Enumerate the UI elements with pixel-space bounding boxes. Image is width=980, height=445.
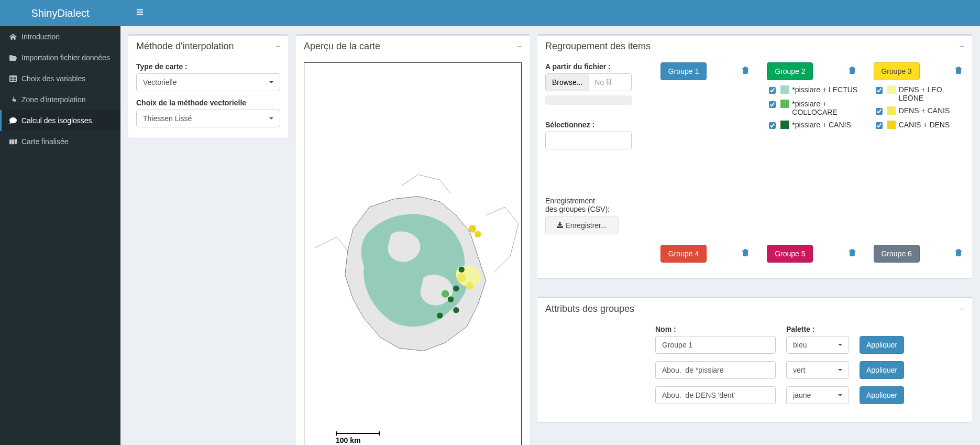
vec-method-label: Choix de la méthode vectorielle [136,99,280,107]
map-svg [304,63,521,445]
groupe-2-item[interactable]: *pissiare + CANIS [767,121,857,131]
box-title: Aperçu de la carte [304,41,380,52]
browse-button[interactable]: Browse... [546,74,589,91]
svg-point-9 [442,290,449,298]
attributs-box: Attributs des groupes − Nom : Palette : [537,297,972,422]
main-header: ShinyDialect [0,0,980,26]
checkbox[interactable] [769,122,776,129]
groupe-1-button[interactable]: Groupe 1 [660,62,707,80]
groupe-4-button[interactable]: Groupe 4 [660,245,707,263]
map-icon [8,138,18,145]
item-label: DENS + LEO, LEŌNE [899,85,964,102]
palette-label: Palette : [786,325,849,333]
vec-method-value: Thiessen Lissé [143,114,192,123]
svg-point-4 [453,286,459,291]
select-input[interactable] [545,132,632,149]
groupe-5-button[interactable]: Groupe 5 [767,245,813,263]
color-swatch [887,121,896,129]
checkbox[interactable] [876,87,883,94]
apply-button-2[interactable]: Appliquer [860,361,904,379]
svg-point-6 [437,312,443,318]
vec-method-select[interactable]: Thiessen Lissé [136,110,280,127]
file-status: No fil [589,74,631,91]
collapse-button[interactable]: − [960,42,964,51]
box-title: Attributs des groupes [545,303,634,314]
groupe-2-item[interactable]: *pissiare + COLLOCARE [767,100,857,116]
groupe-3-item[interactable]: DENS + LEO, LEŌNE [874,85,964,102]
groupe-1-delete[interactable] [740,67,751,76]
caret-down-icon [838,369,842,371]
collapse-button[interactable]: − [960,305,964,314]
sidebar-menu: Introduction Importation fichier données… [0,26,120,152]
groupe-3-item[interactable]: DENS + CANIS [874,106,964,116]
item-label: *pissiare + CANIS [792,121,851,129]
groupe-3-item[interactable]: CANIS + DENS [874,121,964,131]
groupe-3-button[interactable]: Groupe 3 [874,62,920,80]
nom-input-3[interactable] [655,386,776,404]
palette-select-1[interactable]: bleu [786,336,849,354]
collapse-button[interactable]: − [276,42,280,51]
map-preview-box: Aperçu de la carte − [296,34,530,445]
sidebar-item-importation[interactable]: Importation fichier données [0,47,120,68]
color-swatch [887,85,896,94]
groupe-2-delete[interactable] [846,67,858,76]
collapse-button[interactable]: − [517,42,522,51]
caret-down-icon [269,81,273,83]
sidebar-item-carte-finalisee[interactable]: Carte finalisée [0,131,120,152]
app-logo: ShinyDialect [0,0,120,26]
interpolation-method-box: Méthode d'interpolation − Type de carte … [128,34,288,138]
checkbox[interactable] [876,122,883,129]
scale-bar [336,433,380,434]
save-groups-button[interactable]: Enregistrer... [545,216,619,234]
groupe-6-button[interactable]: Groupe 6 [874,245,920,263]
sidebar-label: Carte finalisée [21,137,113,146]
box-title: Regroupement des items [545,41,651,52]
download-icon [557,221,563,230]
sidebar-label: Zone d'interpolation [21,95,113,104]
groupe-3-delete[interactable] [953,67,964,76]
file-progress [545,95,632,105]
home-icon [8,33,18,40]
comment-icon [8,117,18,124]
groupe-2-item[interactable]: *pissiare + LECTUS [767,85,857,95]
sidebar-item-calcul-isoglosses[interactable]: Calcul des isoglosses [0,110,120,131]
checkbox[interactable] [769,101,776,108]
caret-down-icon [269,117,273,120]
palette-select-2[interactable]: vert [786,361,849,379]
item-label: CANIS + DENS [899,121,950,129]
caret-down-icon [838,394,842,396]
checkbox[interactable] [876,108,883,115]
bars-icon [136,8,144,17]
nom-input-2[interactable] [655,361,776,379]
app-title: ShinyDialect [31,7,89,19]
sidebar-item-zone[interactable]: Zone d'interpolation [0,89,120,110]
save-groups-label: Enregistrement des groupes (CSV): [545,197,645,213]
sidebar-label: Introduction [21,32,113,41]
from-file-label: A partir du fichier : [545,62,645,71]
content-wrapper: Méthode d'interpolation − Type de carte … [120,0,980,445]
apply-button-3[interactable]: Appliquer [860,386,904,404]
item-label: *pissiare + COLLOCARE [792,100,857,116]
map-type-value: Vectorielle [143,78,177,86]
nom-input-1[interactable] [655,336,776,354]
sidebar-item-choix-variables[interactable]: Choix des variables [0,68,120,89]
svg-point-2 [457,273,466,282]
palette-select-3[interactable]: jaune [786,386,849,404]
sidebar-toggle-button[interactable] [128,1,151,26]
hand-pointer-icon [8,96,18,103]
navbar [120,0,980,26]
scale-label: 100 km [336,436,360,444]
svg-point-5 [448,296,454,302]
checkbox[interactable] [769,87,776,94]
groupe-4-delete[interactable] [740,249,751,258]
groupe-6-delete[interactable] [953,249,964,258]
svg-point-3 [466,282,473,289]
file-input[interactable]: Browse... No fil [545,73,632,91]
sidebar-item-introduction[interactable]: Introduction [0,26,120,47]
color-swatch [887,106,896,115]
map-type-select[interactable]: Vectorielle [136,73,280,91]
groupe-5-delete[interactable] [846,249,858,258]
groupe-2-button[interactable]: Groupe 2 [767,62,813,80]
sidebar-label: Calcul des isoglosses [21,116,113,125]
apply-button-1[interactable]: Appliquer [860,336,904,354]
